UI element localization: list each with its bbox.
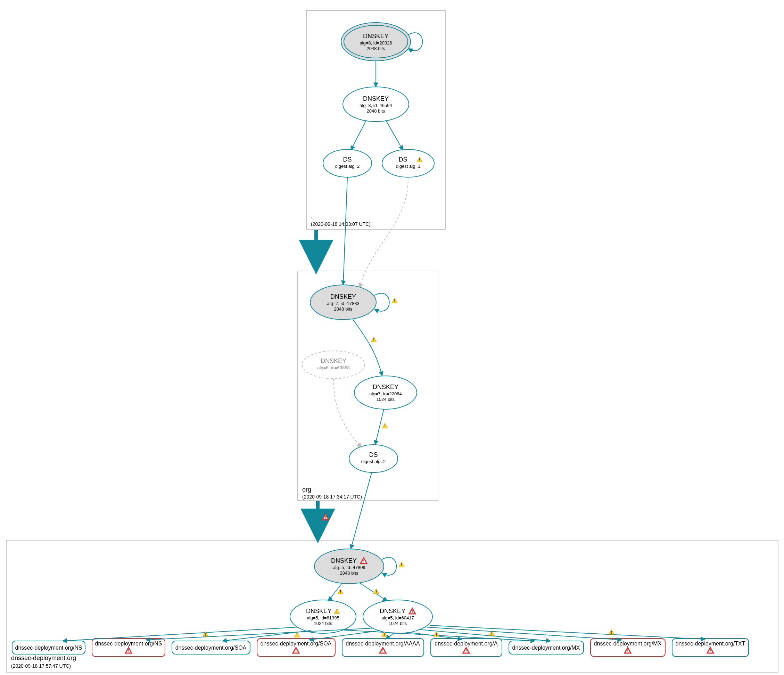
svg-point-23: [302, 351, 365, 379]
svg-text:2048 bits: 2048 bits: [334, 306, 353, 312]
zone-root-label: .: [311, 213, 313, 219]
svg-text:!: !: [363, 559, 364, 563]
svg-point-13: [382, 149, 434, 177]
svg-text:!: !: [384, 424, 386, 428]
svg-text:DS: DS: [343, 156, 352, 163]
svg-text:DNSKEY: DNSKEY: [320, 358, 346, 364]
svg-text:DNSKEY: DNSKEY: [363, 33, 389, 40]
svg-text:2048 bits: 2048 bits: [340, 571, 358, 575]
svg-text:!: !: [325, 515, 326, 519]
warning-icon: !: [338, 589, 343, 594]
record-aaaa-teal[interactable]: dnssec-deployment.org/AAAA !: [342, 639, 424, 656]
svg-text:1024 bits: 1024 bits: [314, 621, 333, 626]
svg-text:DNSKEY: DNSKEY: [331, 557, 357, 564]
svg-text:dnssec-deployment.org/NS: dnssec-deployment.org/NS: [15, 645, 82, 651]
node-leaf-zsk1[interactable]: DNSKEY alg=5, id=61395 1024 bits: [290, 600, 356, 633]
svg-text:!: !: [295, 649, 297, 653]
record-ns-teal[interactable]: dnssec-deployment.org/NS: [12, 641, 85, 654]
svg-text:1024 bits: 1024 bits: [389, 621, 407, 626]
error-icon: !: [322, 514, 328, 520]
svg-text:digest alg=2: digest alg=2: [335, 163, 359, 169]
zone-org-label: org: [302, 486, 311, 493]
node-root-ksk[interactable]: DNSKEY alg=8, id=20326 2048 bits: [341, 23, 411, 61]
svg-point-31: [349, 445, 398, 473]
node-root-ds2[interactable]: DS digest alg=1: [382, 149, 434, 177]
svg-text:!: !: [336, 609, 338, 613]
node-org-extra[interactable]: DNSKEY alg=8, id=63858: [302, 351, 365, 379]
svg-text:dnssec-deployment.org/AAAA: dnssec-deployment.org/AAAA: [345, 641, 420, 647]
svg-text:!: !: [384, 632, 385, 636]
warning-icon: !: [434, 631, 439, 636]
zone-root: . (2020-09-18 14:03:07 UTC) DNSKEY alg=8…: [306, 11, 445, 229]
svg-text:!: !: [340, 589, 341, 594]
record-mx-red[interactable]: dnssec-deployment.org/MX !: [591, 639, 665, 656]
node-org-ds[interactable]: DS digest alg=2: [349, 445, 398, 473]
node-root-zsk[interactable]: DNSKEY alg=8, id=46594 2048 bits: [343, 87, 409, 121]
record-soa-teal[interactable]: dnssec-deployment.org/SOA: [172, 641, 250, 654]
warning-icon: !: [371, 337, 376, 342]
svg-text:!: !: [205, 632, 206, 636]
svg-text:digest alg=1: digest alg=1: [396, 163, 420, 169]
svg-text:!: !: [412, 609, 413, 613]
svg-text:alg=8, id=20326: alg=8, id=20326: [359, 40, 392, 45]
edge-leafksk-zsk2: [359, 583, 387, 601]
svg-text:dnssec-deployment.org/NS: dnssec-deployment.org/NS: [95, 641, 162, 647]
warning-icon: !: [294, 632, 300, 637]
warning-icon: !: [382, 423, 388, 428]
node-org-ksk[interactable]: DNSKEY alg=7, id=17883 2048 bits: [310, 285, 376, 320]
zone-leaf-timestamp: (2020-09-18 17:57:47 UTC): [11, 663, 71, 669]
node-org-zsk[interactable]: DNSKEY alg=7, id=22064 1024 bits: [354, 376, 417, 409]
svg-text:dnssec-deployment.org/A: dnssec-deployment.org/A: [434, 641, 498, 647]
svg-text:2048 bits: 2048 bits: [367, 46, 385, 51]
zone-root-timestamp: (2020-09-18 14:03:07 UTC): [311, 221, 371, 227]
edge-self-leaf-ksk: [382, 557, 396, 575]
record-ns-red[interactable]: dnssec-deployment.org/NS !: [92, 639, 165, 656]
svg-text:!: !: [128, 649, 129, 653]
warning-icon: !: [373, 589, 379, 594]
warning-icon: !: [399, 562, 404, 567]
svg-text:DS: DS: [369, 451, 378, 458]
svg-text:!: !: [296, 633, 298, 637]
svg-text:!: !: [375, 589, 377, 594]
svg-text:DS: DS: [398, 156, 407, 163]
zone-leaf: dnssec-deployment.org (2020-09-18 17:57:…: [6, 473, 778, 672]
edge-root-zsk-ds2: [386, 120, 403, 150]
svg-text:DNSKEY: DNSKEY: [330, 293, 356, 300]
svg-text:DNSKEY: DNSKEY: [363, 95, 389, 102]
record-txt-teal[interactable]: dnssec-deployment.org/TXT !: [672, 639, 748, 656]
edge-rootds1-orgksk: [343, 177, 347, 285]
svg-text:DNSKEY: DNSKEY: [306, 608, 332, 614]
svg-text:alg=5, id=60417: alg=5, id=60417: [381, 615, 414, 621]
svg-text:dnssec-deployment.org/TXT: dnssec-deployment.org/TXT: [676, 641, 745, 647]
svg-text:1024 bits: 1024 bits: [376, 397, 395, 402]
warning-icon: !: [392, 298, 397, 303]
edge-orgds-leafksk: [351, 473, 372, 549]
record-mx-teal[interactable]: dnssec-deployment.org/MX: [509, 641, 583, 654]
warning-icon: !: [608, 630, 614, 635]
svg-text:!: !: [465, 649, 467, 653]
svg-text:alg=8, id=46594: alg=8, id=46594: [359, 103, 392, 108]
svg-text:!: !: [394, 299, 395, 303]
svg-text:dnssec-deployment.org/SOA: dnssec-deployment.org/SOA: [261, 641, 332, 647]
record-a-teal[interactable]: dnssec-deployment.org/A !: [431, 639, 502, 656]
svg-text:alg=7, id=17883: alg=7, id=17883: [327, 301, 359, 306]
svg-text:dnssec-deployment.org/SOA: dnssec-deployment.org/SOA: [176, 645, 247, 651]
svg-text:!: !: [419, 158, 420, 162]
svg-text:digest alg=2: digest alg=2: [361, 459, 386, 464]
zone-org-timestamp: (2020-09-18 17:34:17 UTC): [302, 494, 362, 499]
svg-text:alg=8, id=63858: alg=8, id=63858: [317, 365, 350, 370]
record-soa-red[interactable]: dnssec-deployment.org/SOA !: [257, 639, 335, 656]
edge-root-zsk-ds1: [351, 120, 367, 150]
svg-text:!: !: [611, 630, 612, 635]
svg-text:!: !: [401, 563, 402, 567]
zone-leaf-label: dnssec-deployment.org: [11, 655, 76, 661]
svg-text:dnssec-deployment.org/MX: dnssec-deployment.org/MX: [594, 641, 662, 647]
edge-self-org-ksk: [375, 293, 389, 311]
svg-text:!: !: [436, 632, 437, 636]
svg-text:alg=5, id=47809: alg=5, id=47809: [333, 565, 365, 570]
svg-text:DNSKEY: DNSKEY: [380, 608, 405, 614]
node-leaf-ksk[interactable]: DNSKEY alg=5, id=47809 2048 bits: [314, 549, 384, 584]
svg-text:!: !: [710, 649, 711, 653]
node-root-ds1[interactable]: DS digest alg=2: [323, 149, 372, 177]
svg-point-10: [323, 149, 372, 177]
